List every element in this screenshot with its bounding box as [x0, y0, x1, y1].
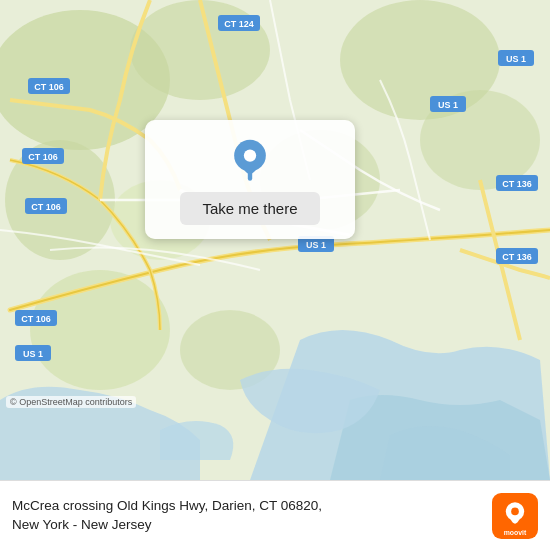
address-text: McCrea crossing Old Kings Hwy, Darien, C… — [12, 497, 482, 535]
svg-text:US 1: US 1 — [23, 349, 43, 359]
map-attribution: © OpenStreetMap contributors — [6, 396, 136, 408]
moovit-logo: moovit — [492, 493, 538, 539]
svg-text:CT 106: CT 106 — [34, 82, 64, 92]
svg-point-36 — [511, 507, 519, 515]
svg-text:CT 106: CT 106 — [31, 202, 61, 212]
svg-text:US 1: US 1 — [306, 240, 326, 250]
location-pin-icon — [228, 138, 272, 182]
svg-point-33 — [244, 149, 256, 161]
svg-text:CT 106: CT 106 — [28, 152, 58, 162]
moovit-icon: moovit — [492, 493, 538, 539]
svg-point-8 — [30, 270, 170, 390]
cta-bubble: Take me there — [145, 120, 355, 239]
svg-text:US 1: US 1 — [438, 100, 458, 110]
map-area: CT 106 CT 106 CT 106 CT 106 CT 124 US 1 … — [0, 0, 550, 480]
svg-text:CT 136: CT 136 — [502, 252, 532, 262]
svg-text:moovit: moovit — [504, 529, 527, 536]
svg-text:US 1: US 1 — [506, 54, 526, 64]
svg-text:CT 124: CT 124 — [224, 19, 254, 29]
svg-text:CT 106: CT 106 — [21, 314, 51, 324]
take-me-there-button[interactable]: Take me there — [180, 192, 319, 225]
bottom-info-bar: McCrea crossing Old Kings Hwy, Darien, C… — [0, 480, 550, 550]
svg-text:CT 136: CT 136 — [502, 179, 532, 189]
